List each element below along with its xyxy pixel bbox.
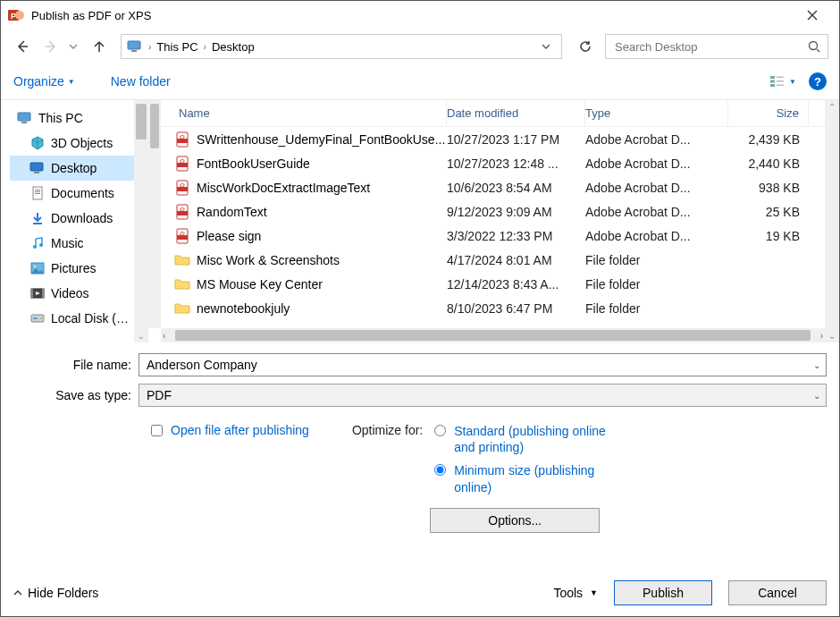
hide-folders-label: Hide Folders xyxy=(28,586,98,600)
optimize-minimum-radio-input[interactable] xyxy=(434,464,446,476)
file-name: MiscWorkDocExtractImageText xyxy=(197,181,447,195)
file-type: File folder xyxy=(585,277,728,292)
chevron-down-icon[interactable]: ⌄ xyxy=(813,360,820,370)
folder-icon xyxy=(173,251,191,269)
sidebar-item-label: Videos xyxy=(51,286,89,300)
column-header-date[interactable]: Date modified xyxy=(447,100,585,126)
file-name: Misc Work & Screenshots xyxy=(197,253,447,267)
nav-history-dropdown[interactable] xyxy=(69,44,81,49)
file-row[interactable]: MS Mouse Key Center12/14/2023 8:43 A...F… xyxy=(161,272,825,296)
tools-label: Tools xyxy=(553,586,583,600)
sidebar-scrollbar[interactable]: ⌄ xyxy=(134,100,148,342)
file-type: File folder xyxy=(585,301,728,316)
optimize-standard-radio-input[interactable] xyxy=(434,425,446,436)
filename-value: Anderson Company xyxy=(147,358,257,372)
pdf-icon xyxy=(173,203,191,221)
hide-folders-button[interactable]: Hide Folders xyxy=(13,586,98,600)
file-row[interactable]: newnotebookjuly8/10/2023 6:47 PMFile fol… xyxy=(161,296,825,320)
optimize-minimum-radio[interactable]: Minimum size (publishing online) xyxy=(430,462,606,494)
file-date: 3/3/2022 12:33 PM xyxy=(447,229,585,243)
svg-point-5 xyxy=(810,42,818,50)
open-after-checkbox-input[interactable] xyxy=(151,425,163,436)
sidebar-item-this-pc[interactable]: This PC xyxy=(10,106,148,131)
file-row[interactable]: RandomText9/12/2023 9:09 AMAdobe Acrobat… xyxy=(161,199,825,224)
file-row[interactable]: Misc Work & Screenshots4/17/2024 8:01 AM… xyxy=(161,248,825,272)
3d-icon xyxy=(29,135,46,151)
svg-rect-19 xyxy=(35,193,40,194)
sidebar-item-documents[interactable]: Documents xyxy=(10,181,148,206)
disk-icon xyxy=(29,310,46,326)
svg-rect-27 xyxy=(42,289,44,298)
file-name: FontBookUserGuide xyxy=(197,156,447,171)
sidebar-item-label: Pictures xyxy=(51,261,97,275)
sidebar-item-desktop[interactable]: Desktop xyxy=(10,156,148,181)
pdf-icon xyxy=(173,179,191,197)
search-input[interactable] xyxy=(613,39,808,55)
file-date: 4/17/2024 8:01 AM xyxy=(447,253,585,267)
saveas-select[interactable]: PDF ⌄ xyxy=(139,384,827,407)
file-row[interactable]: MiscWorkDocExtractImageText10/6/2023 8:5… xyxy=(161,175,825,199)
svg-rect-26 xyxy=(31,289,33,298)
nav-up-button[interactable] xyxy=(88,36,110,57)
view-options-button[interactable]: ▼ xyxy=(769,75,796,88)
content-scrollbar-left[interactable] xyxy=(148,100,161,328)
cancel-button[interactable]: Cancel xyxy=(728,580,827,605)
sidebar-item-videos[interactable]: Videos xyxy=(10,281,148,306)
file-row[interactable]: SWrittenhouse_UdemyFinal_FontBookUse...1… xyxy=(161,127,825,151)
file-type: Adobe Acrobat D... xyxy=(585,181,728,195)
optimize-minimum-label: Minimum size (publishing online) xyxy=(454,462,606,494)
content-scrollbar-right[interactable]: ⌃⌄ xyxy=(825,100,839,342)
sidebar-item-label: 3D Objects xyxy=(51,136,113,150)
sidebar-item-label: Desktop xyxy=(51,161,97,175)
help-button[interactable]: ? xyxy=(809,72,827,90)
pic-icon xyxy=(29,260,46,276)
file-date: 8/10/2023 6:47 PM xyxy=(447,301,585,316)
pc-icon xyxy=(17,110,33,126)
breadcrumb[interactable]: › This PC › Desktop xyxy=(121,34,562,59)
sidebar-item-downloads[interactable]: Downloads xyxy=(10,206,148,231)
nav-back-button[interactable] xyxy=(12,36,33,57)
svg-rect-13 xyxy=(21,122,27,123)
breadcrumb-root[interactable]: This PC xyxy=(151,40,203,54)
file-date: 10/27/2023 1:17 PM xyxy=(447,132,585,147)
chevron-down-icon[interactable]: ⌄ xyxy=(813,391,820,401)
column-header-size[interactable]: Size xyxy=(728,100,809,126)
new-folder-button[interactable]: New folder xyxy=(111,74,171,89)
file-row[interactable]: FontBookUserGuide10/27/2023 12:48 ...Ado… xyxy=(161,151,825,175)
sidebar-item-music[interactable]: Music xyxy=(10,231,148,256)
filename-input[interactable]: Anderson Company ⌄ xyxy=(139,353,827,376)
close-button[interactable] xyxy=(793,1,832,30)
column-header-type[interactable]: Type xyxy=(585,100,728,126)
column-header-name[interactable]: Name xyxy=(161,100,447,126)
search-box[interactable] xyxy=(605,34,828,59)
svg-rect-7 xyxy=(770,80,775,83)
sidebar-item-3d-objects[interactable]: 3D Objects xyxy=(10,131,148,156)
tools-menu[interactable]: Tools ▼ xyxy=(553,586,598,600)
file-row[interactable]: Please sign3/3/2022 12:33 PMAdobe Acroba… xyxy=(161,224,825,248)
svg-rect-3 xyxy=(128,41,140,49)
nav-forward-button[interactable] xyxy=(40,36,62,57)
breadcrumb-folder[interactable]: Desktop xyxy=(206,40,260,54)
svg-rect-20 xyxy=(33,223,42,224)
file-size: 2,439 KB xyxy=(728,132,809,147)
breadcrumb-dropdown-icon[interactable] xyxy=(542,44,556,49)
sidebar-item-pictures[interactable]: Pictures xyxy=(10,256,148,281)
content-scrollbar-horizontal[interactable]: ‹› xyxy=(161,328,825,342)
file-type: Adobe Acrobat D... xyxy=(585,229,728,243)
sidebar-item-label: Local Disk (C:) xyxy=(51,311,132,325)
open-after-checkbox[interactable]: Open file after publishing xyxy=(147,423,309,533)
publish-button[interactable]: Publish xyxy=(614,580,712,605)
optimize-standard-radio[interactable]: Standard (publishing online and printing… xyxy=(430,423,606,455)
window-title: Publish as PDF or XPS xyxy=(31,9,793,22)
svg-rect-4 xyxy=(131,50,137,52)
svg-rect-12 xyxy=(18,113,30,121)
refresh-button[interactable] xyxy=(573,34,598,59)
folder-icon xyxy=(173,275,191,293)
sidebar-item-local-disk-c-[interactable]: Local Disk (C:) xyxy=(10,306,148,331)
chevron-down-icon: ▼ xyxy=(590,588,598,597)
organize-menu[interactable]: Organize ▼ xyxy=(13,74,75,89)
svg-rect-14 xyxy=(30,163,43,171)
sidebar-item-label: This PC xyxy=(38,111,83,125)
file-type: File folder xyxy=(585,253,728,267)
options-button[interactable]: Options... xyxy=(430,508,600,533)
